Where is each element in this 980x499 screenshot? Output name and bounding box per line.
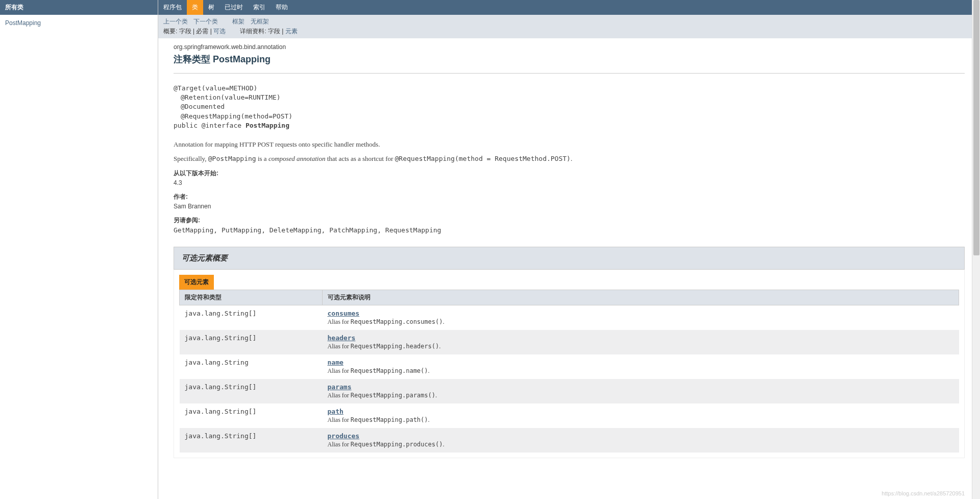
desc-em: composed annotation [268,155,326,162]
element-desc-cell: pathAlias for RequestMapping.path(). [323,403,959,428]
type-signature: @Target(value=METHOD) @Retention(value=R… [174,84,965,130]
summary-label: 概要: [163,28,177,35]
element-name-link[interactable]: consumes [328,310,954,317]
element-desc-cell: paramsAlias for RequestMapping.params(). [323,379,959,403]
frames-link[interactable]: 框架 [232,18,244,25]
package-name: org.springframework.web.bind.annotation [174,43,965,51]
seealso-label: 另请参阅: [174,216,965,225]
detail-field: 字段 [268,28,280,35]
element-desc-cell: consumesAlias for RequestMapping.consume… [323,305,959,330]
element-name-link[interactable]: params [328,383,954,391]
since-value: 4.3 [174,179,965,186]
sub-nav: 上一个类 下一个类 框架 无框架 概要: 字段 | 必需 | 可选 详细资料: … [158,15,980,38]
topnav-item-2[interactable]: 树 [203,0,219,15]
author-value: Sam Brannen [174,203,965,210]
topnav-item-0[interactable]: 程序包 [158,0,187,15]
element-name-link[interactable]: name [328,359,954,366]
sidebar: 所有类 PostMapping [0,0,158,499]
sidebar-link-postmapping[interactable]: PostMapping [5,19,41,27]
author-label: 作者: [174,193,965,201]
description-para-2: Specifically, @PostMapping is a composed… [174,155,965,163]
next-class-link[interactable]: 下一个类 [193,18,218,25]
scrollbar-thumb[interactable] [973,0,979,255]
optional-elements-table: 限定符和类型 可选元素和说明 java.lang.String[]consume… [179,290,959,453]
element-name-link[interactable]: headers [328,334,954,342]
topnav-item-1[interactable]: 类 [187,0,203,15]
prev-class-link[interactable]: 上一个类 [163,18,188,25]
no-frames-link[interactable]: 无框架 [251,18,269,25]
table-row: java.lang.String[]pathAlias for RequestM… [180,403,959,428]
type-description: Annotation for mapping HTTP POST request… [174,140,965,163]
signature-name: PostMapping [246,122,289,129]
element-description: Alias for RequestMapping.params(). [328,392,954,399]
annotation-requestmapping: @RequestMapping(method=POST) [181,112,965,121]
desc-code: @PostMapping [208,155,256,162]
annotation-target: @Target(value=METHOD) [174,84,965,93]
element-type: java.lang.String[] [180,428,323,453]
element-type: java.lang.String [180,354,323,379]
table-row: java.lang.String[]paramsAlias for Reques… [180,379,959,403]
element-type: java.lang.String[] [180,305,323,330]
annotation-documented: @Documented [181,102,965,111]
topnav-item-4[interactable]: 索引 [248,0,271,15]
divider [174,73,965,74]
top-nav: 程序包类树已过时索引帮助 [158,0,980,15]
signature-modifier: public @interface [174,122,246,129]
sidebar-content: PostMapping [0,15,158,31]
desc-text: Specifically, [174,155,208,162]
table-row: java.lang.String[]headersAlias for Reque… [180,330,959,354]
element-description: Alias for RequestMapping.name(). [328,367,954,375]
element-name-link[interactable]: produces [328,432,954,440]
element-description: Alias for RequestMapping.produces(). [328,441,954,448]
table-row: java.lang.String[]producesAlias for Requ… [180,428,959,453]
topnav-item-3[interactable]: 已过时 [219,0,248,15]
summary-header: 可选元素概要 [174,247,965,270]
desc-text: is a [256,155,268,162]
summary-optional-link[interactable]: 可选 [213,28,226,35]
detail-element-link[interactable]: 元素 [285,28,298,35]
desc-text: . [571,155,572,162]
description-para-1: Annotation for mapping HTTP POST request… [174,140,965,149]
summary-required: 必需 [196,28,208,35]
seealso-value: GetMapping, PutMapping, DeleteMapping, P… [174,226,965,234]
element-type: java.lang.String[] [180,330,323,354]
element-type: java.lang.String[] [180,379,323,403]
element-desc-cell: nameAlias for RequestMapping.name(). [323,354,959,379]
optional-element-summary: 可选元素概要 可选元素 限定符和类型 可选元素和说明 java.lang.Str… [174,247,965,458]
table-row: java.lang.StringnameAlias for RequestMap… [180,354,959,379]
detail-label: 详细资料: [240,28,266,35]
main-content: 程序包类树已过时索引帮助 上一个类 下一个类 框架 无框架 概要: 字段 | 必… [158,0,980,499]
col-header-desc: 可选元素和说明 [323,290,959,305]
element-type: java.lang.String[] [180,403,323,428]
desc-code: @RequestMapping(method = RequestMethod.P… [395,155,571,162]
element-name-link[interactable]: path [328,408,954,415]
element-description: Alias for RequestMapping.path(). [328,416,954,424]
sidebar-header: 所有类 [0,0,158,15]
desc-text: that acts as a shortcut for [325,155,395,162]
element-description: Alias for RequestMapping.consumes(). [328,318,954,326]
scrollbar[interactable] [972,0,980,499]
col-header-type: 限定符和类型 [180,290,323,305]
summary-field: 字段 [179,28,191,35]
topnav-item-5[interactable]: 帮助 [271,0,293,15]
page-title: 注释类型 PostMapping [174,53,965,65]
watermark: https://blog.csdn.net/a285720951 [881,490,965,496]
element-description: Alias for RequestMapping.headers(). [328,343,954,350]
table-caption: 可选元素 [179,275,214,290]
table-row: java.lang.String[]consumesAlias for Requ… [180,305,959,330]
since-label: 从以下版本开始: [174,169,965,178]
annotation-retention: @Retention(value=RUNTIME) [181,93,965,102]
element-desc-cell: producesAlias for RequestMapping.produce… [323,428,959,453]
element-desc-cell: headersAlias for RequestMapping.headers(… [323,330,959,354]
